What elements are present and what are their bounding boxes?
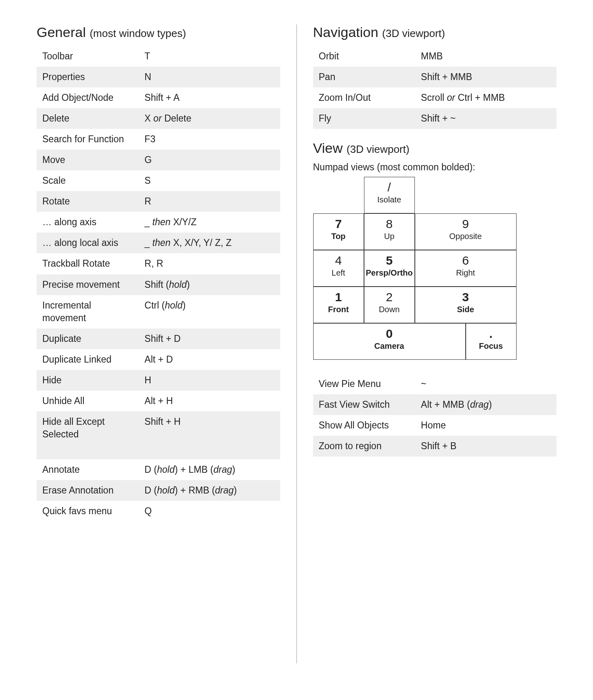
table-row: Add Object/NodeShift + A <box>37 87 280 108</box>
general-heading: General (most window types) <box>37 24 280 40</box>
column-right: Navigation (3D viewport) OrbitMMBPanShif… <box>297 24 557 663</box>
shortcut-key: Shift + ~ <box>415 108 556 129</box>
shortcut-label: Zoom to region <box>313 436 415 457</box>
table-row: MoveG <box>37 150 280 170</box>
shortcut-key: Ctrl (hold) <box>139 295 280 328</box>
table-row: HideH <box>37 370 280 391</box>
numpad-label: Front <box>314 305 364 314</box>
shortcut-key: Scroll or Ctrl + MMB <box>415 87 556 108</box>
shortcut-key: H <box>139 370 280 391</box>
table-row: Show All ObjectsHome <box>313 415 557 436</box>
shortcut-key: D (hold) + LMB (drag) <box>139 459 280 480</box>
shortcut-label: Zoom In/Out <box>313 87 415 108</box>
shortcut-label: Hide <box>37 370 139 391</box>
table-row: ScaleS <box>37 170 280 191</box>
shortcut-label: Erase Annotation <box>37 480 139 501</box>
shortcut-label: Trackball Rotate <box>37 253 139 274</box>
shortcut-label: Rotate <box>37 191 139 212</box>
numpad-key: . <box>466 328 516 340</box>
shortcut-label: Show All Objects <box>313 415 415 436</box>
numpad-9: 9Opposite <box>415 213 517 250</box>
numpad-grid: /Isolate 7Top 8Up 9Opposite 4Left 5Persp… <box>313 177 517 360</box>
column-left: General (most window types) ToolbarTProp… <box>37 24 297 663</box>
table-row: … along local axis_ then X, X/Y, Y/ Z, Z <box>37 233 280 253</box>
numpad-label: Left <box>314 268 364 278</box>
table-row: Fast View SwitchAlt + MMB (drag) <box>313 394 557 415</box>
shortcut-label: Pan <box>313 67 415 87</box>
table-row: Incremental movementCtrl (hold) <box>37 295 280 328</box>
table-row: View Pie Menu~ <box>313 374 557 394</box>
numpad-7: 7Top <box>313 213 364 250</box>
numpad-label: Persp/Ortho <box>364 268 414 278</box>
table-row: ToolbarT <box>37 46 280 67</box>
numpad-label: Isolate <box>364 195 414 204</box>
numpad-5: 5Persp/Ortho <box>364 250 415 287</box>
shortcut-label: Add Object/Node <box>37 87 139 108</box>
shortcut-label: … along axis <box>37 212 139 233</box>
shortcut-key: Shift + D <box>139 328 280 349</box>
table-row: PropertiesN <box>37 67 280 87</box>
numpad-label: Right <box>415 268 516 278</box>
shortcut-key: Alt + MMB (drag) <box>415 394 556 415</box>
table-row: Erase AnnotationD (hold) + RMB (drag) <box>37 480 280 501</box>
numpad-3: 3Side <box>415 287 517 323</box>
view-table: View Pie Menu~Fast View SwitchAlt + MMB … <box>313 374 557 457</box>
general-heading-main: General <box>37 24 86 40</box>
numpad-1: 1Front <box>313 287 364 323</box>
shortcut-label: Unhide All <box>37 391 139 411</box>
numpad-key: 3 <box>415 291 516 303</box>
shortcut-label: Incremental movement <box>37 295 139 328</box>
shortcut-label: View Pie Menu <box>313 374 415 394</box>
shortcut-label: … along local axis <box>37 233 139 253</box>
page: General (most window types) ToolbarTProp… <box>0 0 593 700</box>
table-row: DeleteX or Delete <box>37 108 280 129</box>
numpad-label: Side <box>415 305 516 314</box>
table-row: Hide all Except SelectedShift + H <box>37 411 280 459</box>
shortcut-label: Toolbar <box>37 46 139 67</box>
shortcut-key: F3 <box>139 129 280 150</box>
table-row: … along axis_ then X/Y/Z <box>37 212 280 233</box>
shortcut-key: Shift + A <box>139 87 280 108</box>
shortcut-label: Orbit <box>313 46 415 67</box>
shortcut-label: Hide all Except Selected <box>37 411 139 459</box>
numpad-2: 2Down <box>364 287 415 323</box>
numpad-spacer <box>313 177 364 213</box>
shortcut-key: _ then X/Y/Z <box>139 212 280 233</box>
shortcut-key: N <box>139 67 280 87</box>
table-row: RotateR <box>37 191 280 212</box>
table-row: Duplicate LinkedAlt + D <box>37 349 280 370</box>
shortcut-key: _ then X, X/Y, Y/ Z, Z <box>139 233 280 253</box>
shortcut-label: Fly <box>313 108 415 129</box>
shortcut-key: R, R <box>139 253 280 274</box>
navigation-heading-main: Navigation <box>313 24 379 40</box>
shortcut-label: Annotate <box>37 459 139 480</box>
numpad-key: 9 <box>415 218 516 230</box>
shortcut-label: Duplicate <box>37 328 139 349</box>
table-row: FlyShift + ~ <box>313 108 557 129</box>
navigation-heading-sub: (3D viewport) <box>382 27 445 39</box>
table-row: Zoom to regionShift + B <box>313 436 557 457</box>
numpad-caption: Numpad views (most common bolded): <box>313 162 557 173</box>
shortcut-label: Move <box>37 150 139 170</box>
shortcut-label: Duplicate Linked <box>37 349 139 370</box>
view-heading-sub: (3D viewport) <box>347 143 410 155</box>
numpad-dot: .Focus <box>466 323 517 360</box>
numpad-8: 8Up <box>364 213 415 250</box>
numpad-6: 6Right <box>415 250 517 287</box>
numpad-key: 0 <box>314 328 465 340</box>
numpad-spacer <box>415 177 466 213</box>
shortcut-key: R <box>139 191 280 212</box>
numpad-key: 6 <box>415 254 516 267</box>
numpad-spacer <box>466 177 517 213</box>
table-row: AnnotateD (hold) + LMB (drag) <box>37 459 280 480</box>
view-heading: View (3D viewport) <box>313 140 557 156</box>
shortcut-key: G <box>139 150 280 170</box>
table-row: Zoom In/OutScroll or Ctrl + MMB <box>313 87 557 108</box>
shortcut-key: S <box>139 170 280 191</box>
table-row: Search for FunctionF3 <box>37 129 280 150</box>
numpad-label: Camera <box>314 341 465 351</box>
numpad-key: / <box>364 181 414 193</box>
shortcut-key: T <box>139 46 280 67</box>
general-heading-sub: (most window types) <box>89 27 186 39</box>
numpad-key: 7 <box>314 218 364 230</box>
